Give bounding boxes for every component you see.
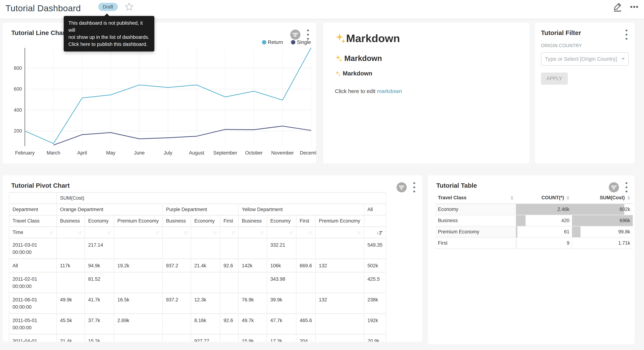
table-row: Premium Economy6199.8k bbox=[436, 226, 633, 238]
line-chart-card: Tutorial Line Chart ReturnSingle 2004006… bbox=[3, 23, 316, 164]
sort-caret-icon[interactable] bbox=[627, 196, 630, 200]
draft-badge[interactable]: Draft bbox=[98, 3, 118, 11]
sum-cost-cell: 602k bbox=[572, 204, 633, 215]
pivot-sort-button[interactable]: ↓↑ bbox=[50, 230, 53, 235]
pivot-sort-button[interactable]: ↓↑ bbox=[260, 230, 264, 235]
pivot-cell: 21.4k bbox=[191, 259, 220, 272]
table-column-header[interactable]: COUNT(*) bbox=[516, 192, 572, 204]
pivot-sort-button[interactable]: ↓↑ bbox=[78, 230, 81, 235]
favorite-star-icon[interactable] bbox=[125, 2, 134, 11]
pivot-cell bbox=[191, 238, 220, 259]
filter-card-kebab-menu-icon[interactable] bbox=[624, 30, 629, 40]
markdown-h3: Markdown bbox=[335, 70, 518, 77]
filter-indicator-icon[interactable] bbox=[290, 30, 300, 40]
origin-country-label: ORIGIN COUNTRY bbox=[541, 43, 629, 48]
legend-item-single[interactable]: Single bbox=[291, 39, 311, 45]
pivot-cell: 142k bbox=[238, 259, 267, 272]
pivot-row: 2011-05-01 00:00:0045.5k37.7k2.69k8.16k9… bbox=[9, 314, 386, 334]
pivot-cell bbox=[296, 293, 316, 314]
pivot-class-header: Business bbox=[238, 215, 267, 227]
count-cell: 420 bbox=[516, 215, 572, 226]
legend-label: Single bbox=[297, 39, 311, 45]
x-axis-label: December bbox=[300, 150, 316, 156]
line-chart-title: Tutorial Line Chart bbox=[11, 29, 67, 36]
pivot-sort-cell: ↓↑ bbox=[267, 227, 296, 238]
pivot-cell: 937.2 bbox=[162, 259, 191, 272]
pivot-class-header: Business bbox=[162, 215, 191, 227]
pivot-sort-button-active[interactable]: ↓ bbox=[376, 230, 382, 235]
pivot-cell: 117k bbox=[56, 259, 85, 272]
markdown-h2: Markdown bbox=[335, 54, 518, 63]
select-placeholder: Type or Select [Origin Country] bbox=[545, 56, 620, 62]
pivot-sort-button[interactable]: ↓↑ bbox=[156, 230, 159, 235]
pivot-sort-button[interactable]: ↓↑ bbox=[289, 230, 293, 235]
pivot-cell bbox=[162, 334, 191, 342]
pivot-cell bbox=[191, 272, 220, 293]
y-axis-tick-label: 600 bbox=[14, 86, 22, 92]
pivot-sort-button[interactable]: ↓↑ bbox=[357, 230, 361, 235]
pivot-cell: 502k bbox=[364, 259, 386, 272]
markdown-edit-link[interactable]: markdown bbox=[377, 88, 402, 94]
pivot-cell: 19.2k bbox=[114, 259, 162, 272]
pivot-cell: 192k bbox=[364, 314, 386, 334]
sort-caret-icon[interactable] bbox=[566, 196, 570, 200]
sparkles-icon bbox=[335, 70, 341, 76]
pivot-cell: 37.7k bbox=[85, 314, 114, 334]
filter-indicator-icon[interactable] bbox=[609, 182, 619, 192]
pivot-cell bbox=[162, 314, 191, 334]
table-column-header[interactable]: Travel Class bbox=[436, 192, 516, 204]
legend-item-return[interactable]: Return bbox=[262, 39, 283, 45]
sort-caret-icon[interactable] bbox=[510, 196, 514, 200]
origin-country-select[interactable]: Type or Select [Origin Country] bbox=[541, 52, 629, 66]
apply-button[interactable]: APPLY bbox=[541, 72, 568, 85]
column-header-label: SUM(Cost) bbox=[600, 195, 625, 200]
pivot-cell: 17.3k bbox=[267, 334, 296, 342]
markdown-card[interactable]: Markdown Markdown Markdown Click here to… bbox=[323, 23, 529, 164]
pivot-sort-button[interactable]: ↓↑ bbox=[107, 230, 110, 235]
markdown-paragraph: Click here to edit markdown bbox=[335, 88, 518, 94]
filter-indicator-icon[interactable] bbox=[396, 182, 407, 192]
count-cell: 9 bbox=[516, 238, 572, 249]
sparkles-icon bbox=[335, 33, 346, 44]
x-axis-label: May bbox=[106, 150, 116, 156]
pivot-sort-button[interactable]: ↓↑ bbox=[184, 230, 188, 235]
more-ellipsis-icon[interactable] bbox=[630, 2, 639, 12]
pivot-kebab-menu-icon[interactable] bbox=[412, 182, 417, 192]
pivot-corner-cell bbox=[9, 192, 56, 204]
pivot-cell bbox=[316, 238, 364, 259]
pivot-cell: 81.52 bbox=[85, 272, 114, 293]
pivot-sort-cell: ↓↑ bbox=[114, 227, 162, 238]
pivot-cell: 204 bbox=[296, 334, 316, 342]
line-chart-kebab-menu-icon[interactable] bbox=[305, 30, 310, 40]
edit-pencil-icon[interactable] bbox=[613, 2, 622, 12]
data-table: Travel ClassCOUNT(*)SUM(Cost)Economy2.46… bbox=[436, 192, 633, 249]
pivot-cell: 217.14 bbox=[85, 238, 114, 259]
x-axis-label: November bbox=[271, 150, 294, 156]
pivot-cell bbox=[56, 238, 85, 259]
pivot-row-label: 2011-06-01 00:00:00 bbox=[9, 293, 56, 314]
y-axis-tick-label: 400 bbox=[14, 107, 22, 113]
series-line-single[interactable] bbox=[54, 126, 311, 145]
pivot-sort-cell: ↓↑ bbox=[191, 227, 220, 238]
pivot-group-header: Yellow Department bbox=[238, 204, 364, 215]
x-axis-label: August bbox=[189, 150, 204, 156]
x-axis-label: October bbox=[245, 150, 262, 156]
pivot-all-header: All bbox=[364, 204, 386, 215]
pivot-cell: 92.6 bbox=[220, 259, 238, 272]
pivot-cell: 332.21 bbox=[267, 238, 296, 259]
pivot-sort-cell: ↓↑ bbox=[238, 227, 267, 238]
y-axis-tick-label: 200 bbox=[14, 128, 22, 134]
pivot-sort-button[interactable]: ↓↑ bbox=[231, 230, 235, 235]
pivot-row: All117k94.9k19.2k937.221.4k92.6142k106k6… bbox=[9, 259, 386, 272]
table-kebab-menu-icon[interactable] bbox=[624, 182, 629, 192]
pivot-cell: 47.7k bbox=[267, 314, 296, 334]
table-column-header[interactable]: SUM(Cost) bbox=[572, 192, 633, 204]
draft-tooltip[interactable]: This dashboard is not published, it will… bbox=[64, 16, 154, 52]
line-chart-plot[interactable]: 200400600800FebruaryMarchAprilMayJuneJul… bbox=[3, 47, 316, 163]
x-axis-label: June bbox=[134, 150, 145, 156]
count-cell: 61 bbox=[516, 226, 572, 238]
pivot-sort-button[interactable]: ↓↑ bbox=[308, 230, 312, 235]
chart-legend: ReturnSingle bbox=[262, 39, 311, 45]
pivot-sort-button[interactable]: ↓↑ bbox=[213, 230, 216, 235]
pivot-cell: 39.9k bbox=[267, 293, 296, 314]
